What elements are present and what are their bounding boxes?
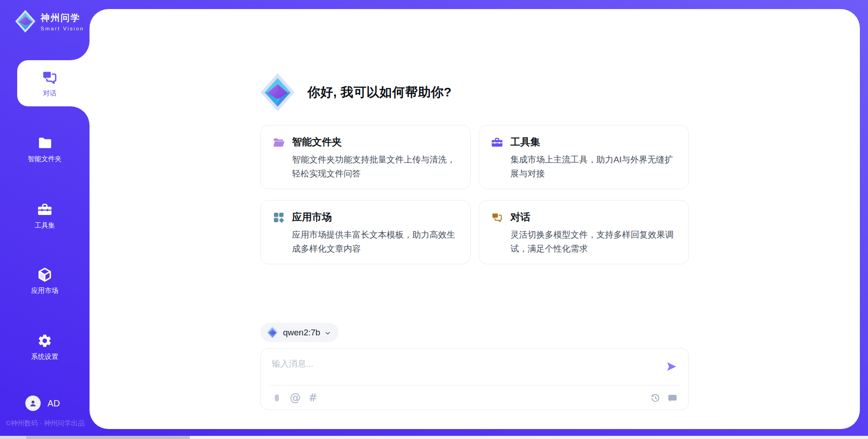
toolbox-icon xyxy=(37,202,52,217)
card-toolset[interactable]: 工具集 集成市场上主流工具，助力AI与外界无缝扩展与对接 xyxy=(479,125,689,189)
sidebar-item-label: 对话 xyxy=(43,89,57,98)
chat-icon xyxy=(41,69,58,86)
feature-cards: 智能文件夹 智能文件夹功能支持批量文件上传与清洗，轻松实现文件问答 工具集 集成… xyxy=(260,125,689,264)
card-title: 对话 xyxy=(510,210,530,224)
message-icon[interactable] xyxy=(667,393,678,403)
card-title: 工具集 xyxy=(510,135,540,149)
greeting-title: 你好, 我可以如何帮助你? xyxy=(307,84,452,101)
model-logo-icon xyxy=(266,326,278,339)
card-description: 集成市场上主流工具，助力AI与外界无缝扩展与对接 xyxy=(510,153,677,181)
card-title: 应用市场 xyxy=(292,210,332,224)
brand-diamond-logo xyxy=(260,73,295,111)
sidebar-item-label: 系统设置 xyxy=(0,353,90,361)
greeting: 你好, 我可以如何帮助你? xyxy=(260,73,452,111)
horizontal-scrollbar[interactable] xyxy=(0,436,868,439)
scrollbar-thumb[interactable] xyxy=(26,436,190,439)
apps-icon xyxy=(273,211,285,224)
avatar xyxy=(25,396,41,411)
sidebar-item-chat[interactable]: 对话 xyxy=(17,60,90,106)
sidebar-top-block xyxy=(0,0,90,60)
folder-open-icon xyxy=(273,136,285,148)
person-icon xyxy=(28,398,38,408)
hashtag-icon[interactable]: # xyxy=(308,392,317,403)
sidebar-item-toolset[interactable]: 工具集 xyxy=(0,202,90,230)
message-input[interactable]: 输入消息... xyxy=(272,358,313,370)
toolbox-icon xyxy=(491,136,503,148)
model-name: qwen2:7b xyxy=(283,328,320,338)
card-description: 灵活切换多模型文件，支持多样回复效果调试，满足个性化需求 xyxy=(510,228,677,256)
card-app-market[interactable]: 应用市场 应用市场提供丰富长文本模板，助力高效生成多样化文章内容 xyxy=(260,200,471,264)
history-icon[interactable] xyxy=(650,393,660,403)
mention-icon[interactable]: @ xyxy=(290,392,301,403)
user-account[interactable]: AD xyxy=(25,396,60,411)
card-description: 应用市场提供丰富长文本模板，助力高效生成多样化文章内容 xyxy=(292,228,458,256)
cube-icon xyxy=(37,267,52,282)
sidebar-item-label: 智能文件夹 xyxy=(0,155,90,163)
gear-icon xyxy=(37,333,52,348)
chevron-down-icon xyxy=(325,330,331,336)
card-chat[interactable]: 对话 灵活切换多模型文件，支持多样回复效果调试，满足个性化需求 xyxy=(479,200,689,264)
user-initials: AD xyxy=(47,398,60,409)
chat-icon xyxy=(491,211,503,224)
model-selector[interactable]: qwen2:7b xyxy=(260,323,339,342)
card-smart-folder[interactable]: 智能文件夹 智能文件夹功能支持批量文件上传与清洗，轻松实现文件问答 xyxy=(260,125,471,189)
sidebar-item-label: 应用市场 xyxy=(0,286,90,295)
app-window: 你好, 我可以如何帮助你? 智能文件夹 智能文件夹功能支持批量文件上传与清洗，轻… xyxy=(0,0,868,439)
sidebar-item-app-market[interactable]: 应用市场 xyxy=(0,267,90,295)
message-composer: 输入消息... @ # xyxy=(260,348,689,410)
composer-divider xyxy=(268,385,681,386)
scrollbar-corner xyxy=(0,436,26,439)
folder-icon xyxy=(37,135,52,151)
card-title: 智能文件夹 xyxy=(292,135,342,149)
sidebar-item-label: 工具集 xyxy=(0,221,90,230)
attach-icon[interactable] xyxy=(272,393,282,403)
sidebar-item-smart-folder[interactable]: 智能文件夹 xyxy=(0,135,90,163)
send-icon[interactable] xyxy=(665,361,677,372)
main-panel: 你好, 我可以如何帮助你? 智能文件夹 智能文件夹功能支持批量文件上传与清洗，轻… xyxy=(90,9,860,429)
sidebar-item-settings[interactable]: 系统设置 xyxy=(0,333,90,361)
card-description: 智能文件夹功能支持批量文件上传与清洗，轻松实现文件问答 xyxy=(292,153,458,181)
